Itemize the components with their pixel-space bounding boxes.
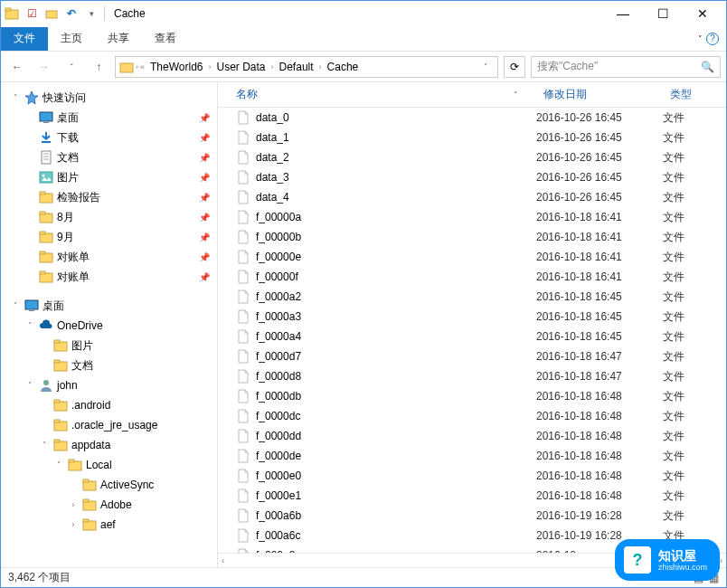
file-row[interactable]: f_00000b2016-10-18 16:41文件 <box>218 227 726 247</box>
tree-item[interactable]: ˅john <box>1 375 217 395</box>
file-row[interactable]: f_0000a42016-10-18 16:45文件 <box>218 327 726 346</box>
tree-item[interactable]: 检验报告📌 <box>1 187 217 207</box>
crumb[interactable]: Cache <box>324 61 363 73</box>
tree-item[interactable]: 对账单📌 <box>1 267 217 287</box>
file-row[interactable]: f_00000a2016-10-18 16:41文件 <box>218 207 726 227</box>
tab-view[interactable]: 查看 <box>142 27 189 51</box>
crumb[interactable]: User Data <box>213 61 269 73</box>
file-row[interactable]: f_0000a22016-10-18 16:45文件 <box>218 287 726 307</box>
file-row[interactable]: f_0000dc2016-10-18 16:48文件 <box>218 406 726 426</box>
column-type[interactable]: 类型 <box>663 87 726 102</box>
undo-icon[interactable]: ↶ <box>64 6 79 21</box>
pin-icon: 📌 <box>199 252 210 262</box>
properties-icon[interactable]: ☑ <box>24 6 39 21</box>
tree-item[interactable]: 文档 <box>1 356 217 375</box>
up-button[interactable]: ↑ <box>88 56 109 78</box>
tree-chevron-icon[interactable]: › <box>68 520 79 529</box>
item-count: 3,462 个项目 <box>8 570 71 585</box>
tree-item-label: 图片 <box>71 338 210 354</box>
breadcrumb[interactable]: › « TheWorld6› User Data› Default› Cache… <box>115 56 498 78</box>
chevron-overflow-icon[interactable]: « <box>140 62 145 71</box>
file-date: 2016-10-18 16:45 <box>536 290 663 303</box>
file-row[interactable]: f_0000d72016-10-18 16:47文件 <box>218 346 726 366</box>
crumb[interactable]: TheWorld6 <box>146 61 206 73</box>
file-row[interactable]: f_00000f2016-10-18 16:41文件 <box>218 267 726 287</box>
file-type: 文件 <box>663 508 726 524</box>
svg-rect-19 <box>40 232 45 234</box>
file-type: 文件 <box>663 429 726 444</box>
address-dropdown-icon[interactable]: ˅ <box>478 62 494 71</box>
file-name: data_4 <box>256 191 536 204</box>
file-row[interactable]: f_0000de2016-10-18 16:48文件 <box>218 446 726 466</box>
tree-chevron-icon[interactable]: › <box>68 500 79 509</box>
file-row[interactable]: f_00000e2016-10-18 16:41文件 <box>218 247 726 267</box>
tree-item[interactable]: 9月📌 <box>1 227 217 247</box>
tree-item[interactable]: .oracle_jre_usage <box>1 415 217 435</box>
file-row[interactable]: f_0000e02016-10-18 16:48文件 <box>218 466 726 486</box>
tree-chevron-icon[interactable]: ˅ <box>10 93 21 102</box>
file-list[interactable]: data_02016-10-26 16:45文件data_12016-10-26… <box>218 108 726 553</box>
back-button[interactable]: ← <box>6 56 28 78</box>
chevron-right-icon[interactable]: › <box>136 62 138 71</box>
tree-item[interactable]: 下载📌 <box>1 128 217 147</box>
tree-item[interactable]: 文档📌 <box>1 147 217 167</box>
tree-item[interactable]: ˅OneDrive <box>1 316 217 336</box>
crumb[interactable]: Default <box>276 61 317 73</box>
file-row[interactable]: f_0000a32016-10-18 16:45文件 <box>218 307 726 327</box>
file-row[interactable]: f_0000d82016-10-18 16:47文件 <box>218 366 726 386</box>
file-row[interactable]: data_42016-10-26 16:45文件 <box>218 187 726 207</box>
file-name: f_00000a <box>256 211 536 223</box>
maximize-button[interactable]: ☐ <box>643 1 683 26</box>
search-input[interactable]: 搜索"Cache" 🔍 <box>531 56 721 78</box>
file-row[interactable]: f_0000dd2016-10-18 16:48文件 <box>218 426 726 446</box>
tree-item[interactable]: ›aef <box>1 515 217 535</box>
tree-item[interactable]: ˅快速访问 <box>1 88 217 108</box>
tree-chevron-icon[interactable]: ˅ <box>53 460 64 469</box>
column-name[interactable]: 名称˄ <box>218 87 536 102</box>
recent-button[interactable]: ˅ <box>61 56 82 78</box>
tree-chevron-icon[interactable]: ˅ <box>24 321 35 330</box>
tree-item[interactable]: ˅桌面 <box>1 296 217 316</box>
tree-item[interactable]: 8月📌 <box>1 207 217 227</box>
tree-item-label: 桌面 <box>42 299 210 314</box>
tree-item[interactable]: ›Adobe <box>1 495 217 515</box>
tree-item-label: 8月 <box>57 210 195 225</box>
file-row[interactable]: data_32016-10-26 16:45文件 <box>218 167 726 187</box>
search-icon[interactable]: 🔍 <box>701 61 714 73</box>
tree-item[interactable]: ˅appdata <box>1 435 217 455</box>
close-button[interactable]: ✕ <box>683 1 722 26</box>
tree-item[interactable]: 对账单📌 <box>1 247 217 267</box>
tab-home[interactable]: 主页 <box>48 27 95 51</box>
qat-dropdown-icon[interactable]: ▾ <box>84 6 99 21</box>
tab-share[interactable]: 共享 <box>95 27 142 51</box>
ribbon-help[interactable]: ˅? <box>691 33 726 45</box>
file-row[interactable]: f_0000e12016-10-18 16:48文件 <box>218 486 726 506</box>
file-tab[interactable]: 文件 <box>1 27 48 51</box>
tree-item[interactable]: 图片📌 <box>1 167 217 187</box>
minimize-button[interactable]: — <box>603 1 643 26</box>
tree-item[interactable]: ˅Local <box>1 455 217 475</box>
tree-chevron-icon[interactable]: ˅ <box>39 441 50 450</box>
file-row[interactable]: data_02016-10-26 16:45文件 <box>218 108 726 128</box>
refresh-button[interactable]: ⟳ <box>504 56 525 78</box>
folder-small-icon <box>44 6 59 21</box>
file-row[interactable]: data_12016-10-26 16:45文件 <box>218 128 726 147</box>
navigation-pane[interactable]: ˅快速访问桌面📌下载📌文档📌图片📌检验报告📌8月📌9月📌对账单📌对账单📌˅桌面˅… <box>1 82 218 567</box>
svg-rect-27 <box>54 340 60 343</box>
file-icon <box>236 289 250 304</box>
pin-icon: 📌 <box>199 153 210 163</box>
tree-item[interactable]: 图片 <box>1 336 217 356</box>
tree-item[interactable]: ActiveSync <box>1 475 217 495</box>
file-row[interactable]: data_22016-10-26 16:45文件 <box>218 147 726 167</box>
file-row[interactable]: f_0000db2016-10-18 16:48文件 <box>218 386 726 406</box>
tree-chevron-icon[interactable]: ˅ <box>24 381 35 390</box>
file-name: f_0000dc <box>256 410 536 422</box>
file-row[interactable]: f_000a6b2016-10-19 16:28文件 <box>218 506 726 526</box>
file-icon <box>236 130 250 145</box>
tree-item[interactable]: 桌面📌 <box>1 108 217 128</box>
forward-button[interactable]: → <box>33 56 55 78</box>
tree-item[interactable]: .android <box>1 395 217 415</box>
file-type: 文件 <box>663 409 726 424</box>
column-date[interactable]: 修改日期 <box>536 87 663 102</box>
tree-chevron-icon[interactable]: ˅ <box>10 301 21 310</box>
